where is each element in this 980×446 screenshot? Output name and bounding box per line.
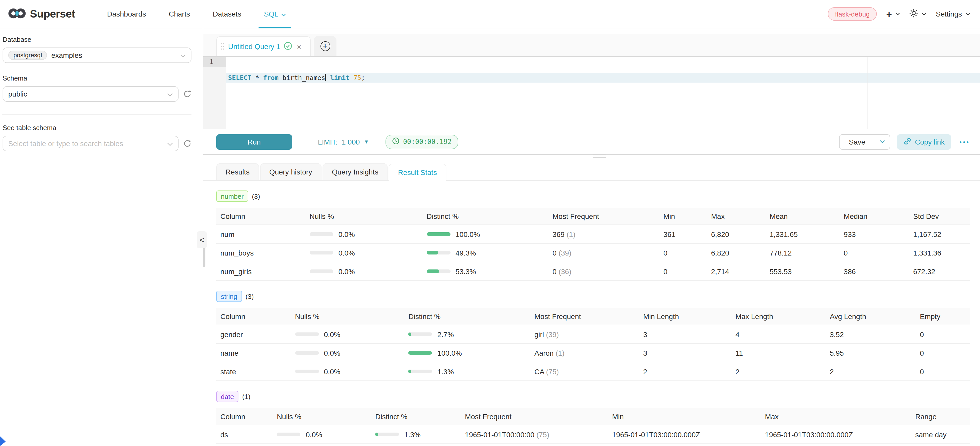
schema-select-value: public	[8, 90, 167, 98]
timer-value: 00:00:00.192	[403, 138, 452, 146]
close-tab-icon[interactable]: ×	[297, 42, 301, 51]
limit-dropdown[interactable]: LIMIT: 1 000 ▼	[318, 138, 369, 146]
copy-link-label: Copy link	[915, 138, 945, 146]
save-options-caret[interactable]	[875, 134, 890, 149]
collapse-sidebar-button[interactable]: <	[197, 231, 207, 248]
sun-icon	[910, 9, 918, 19]
clock-icon	[392, 137, 399, 146]
table-row: num_boys 0.0% 49.3% 0 (39) 0 6,820 778.1…	[216, 244, 970, 262]
schema-select[interactable]: public	[3, 86, 178, 102]
table-row: num 0.0% 100.0% 369 (1) 361 6,820 1,331.…	[216, 225, 970, 244]
check-circle-icon	[284, 41, 292, 51]
new-query-tab-button[interactable]: +	[314, 36, 336, 56]
save-split-button: Save	[839, 134, 890, 150]
table-row: state 0.0% 1.3% CA (75) 2 2 2 0	[216, 362, 970, 381]
type-tag-string: string	[216, 291, 242, 302]
table-row: gender 0.0% 2.7% girl (39) 3 4 3.52 0	[216, 325, 970, 344]
plus-circle-icon: +	[320, 41, 330, 51]
navbar-right: flask-debug +	[828, 7, 970, 21]
sqllab-left-panel: Database postgresql examples Schema publ…	[0, 29, 203, 446]
table-row: num_girls 0.0% 53.3% 0 (36) 0 2,714 553.…	[216, 262, 970, 280]
table-header-row: Column Nulls % Distinct % Most Frequent …	[216, 308, 970, 325]
nav-charts[interactable]: Charts	[158, 0, 201, 28]
brand-name: Superset	[30, 8, 75, 20]
date-stats-table: Column Nulls % Distinct % Most Frequent …	[216, 408, 970, 444]
database-select-value: examples	[51, 51, 180, 59]
chevron-down-icon	[167, 139, 173, 148]
tab-result-stats[interactable]: Result Stats	[388, 164, 446, 181]
tab-results[interactable]: Results	[216, 163, 259, 180]
new-item-menu[interactable]: +	[886, 9, 900, 19]
nav-sql[interactable]: SQL	[253, 0, 298, 28]
sql-editor-area: Untitled Query 1 × + 1	[203, 29, 980, 446]
query-tabstrip: Untitled Query 1 × +	[203, 34, 980, 57]
top-navbar: Superset Dashboards Charts Datasets SQL …	[0, 0, 980, 29]
run-button[interactable]: Run	[216, 134, 292, 150]
table-row: name 0.0% 100.0% Aaron (1) 3 11 5.95 0	[216, 344, 970, 362]
line-number: 1	[203, 57, 226, 67]
chevron-down-icon	[880, 140, 885, 143]
limit-label: LIMIT:	[318, 138, 337, 146]
more-actions-button[interactable]: •••	[959, 139, 970, 145]
chevron-down-icon	[180, 51, 186, 59]
superset-logo[interactable]: Superset	[8, 8, 75, 21]
superset-logo-icon	[8, 8, 26, 21]
theme-menu[interactable]	[910, 9, 927, 19]
table-select-placeholder: Select table or type to search tables	[8, 139, 167, 148]
active-nav-underline	[259, 27, 291, 28]
chevron-down-icon	[167, 90, 173, 98]
tab-query-history[interactable]: Query history	[260, 163, 321, 180]
schema-label: Schema	[3, 74, 191, 82]
table-select[interactable]: Select table or type to search tables	[3, 136, 178, 151]
main-nav: Dashboards Charts Datasets SQL	[96, 0, 298, 28]
nav-datasets[interactable]: Datasets	[201, 0, 253, 28]
editor-toolbar: Run LIMIT: 1 000 ▼ 00:00:00.192	[203, 129, 980, 155]
chevron-down-icon	[896, 13, 900, 16]
table-header-row: Column Nulls % Distinct % Most Frequent …	[216, 408, 970, 425]
chevron-down-icon	[282, 10, 286, 18]
plus-icon: +	[886, 9, 892, 19]
settings-label: Settings	[936, 10, 962, 18]
sql-code-editor[interactable]: 1 SELECT * from birth_names limit 75;	[203, 57, 980, 129]
result-stats-content: number (3) Column Nulls % Distinct	[203, 181, 980, 444]
resize-handle[interactable]	[593, 155, 606, 159]
results-pane: Results Query history Query Insights Res…	[203, 155, 980, 446]
type-count: (3)	[246, 292, 254, 300]
table-row: ds 0.0% 1.3% 1965-01-01T00:00:00 (75) 19…	[216, 425, 970, 444]
string-stats-table: Column Nulls % Distinct % Most Frequent …	[216, 308, 970, 381]
save-button[interactable]: Save	[840, 134, 875, 149]
chevron-down-icon	[922, 13, 927, 16]
sidebar-divider	[2, 114, 191, 115]
editor-gutter: 1	[203, 57, 226, 129]
drag-grip-icon[interactable]	[221, 43, 224, 50]
database-select[interactable]: postgresql examples	[3, 48, 191, 63]
tab-query-insights[interactable]: Query Insights	[323, 163, 388, 180]
settings-menu[interactable]: Settings	[936, 10, 970, 18]
table-schema-label: See table schema	[3, 124, 191, 132]
type-count: (1)	[242, 393, 251, 400]
number-stats-table: Column Nulls % Distinct % Most Frequent …	[216, 208, 970, 281]
query-tab[interactable]: Untitled Query 1 ×	[216, 36, 311, 56]
environment-tag: flask-debug	[828, 7, 877, 21]
results-tabstrip: Results Query history Query Insights Res…	[203, 163, 980, 181]
editor-print-margin	[867, 57, 867, 129]
nav-dashboards[interactable]: Dashboards	[96, 0, 158, 28]
refresh-schemas-icon[interactable]	[183, 90, 191, 98]
type-tag-number: number	[216, 191, 248, 202]
type-tag-date: date	[216, 391, 239, 402]
collapse-left-icon: <	[199, 236, 204, 244]
query-timer: 00:00:00.192	[385, 134, 458, 149]
limit-value: 1 000	[342, 138, 360, 146]
database-engine-tag: postgresql	[8, 51, 47, 60]
query-tab-title: Untitled Query 1	[228, 42, 280, 51]
copy-link-button[interactable]: Copy link	[897, 134, 951, 150]
refresh-tables-icon[interactable]	[183, 139, 191, 148]
link-icon	[904, 137, 912, 147]
table-header-row: Column Nulls % Distinct % Most Frequent …	[216, 208, 970, 225]
type-count: (3)	[252, 192, 260, 200]
database-label: Database	[3, 36, 191, 43]
chevron-down-icon	[966, 13, 970, 16]
caret-down-icon: ▼	[364, 139, 369, 145]
sql-lab-app: Superset Dashboards Charts Datasets SQL …	[0, 0, 980, 446]
